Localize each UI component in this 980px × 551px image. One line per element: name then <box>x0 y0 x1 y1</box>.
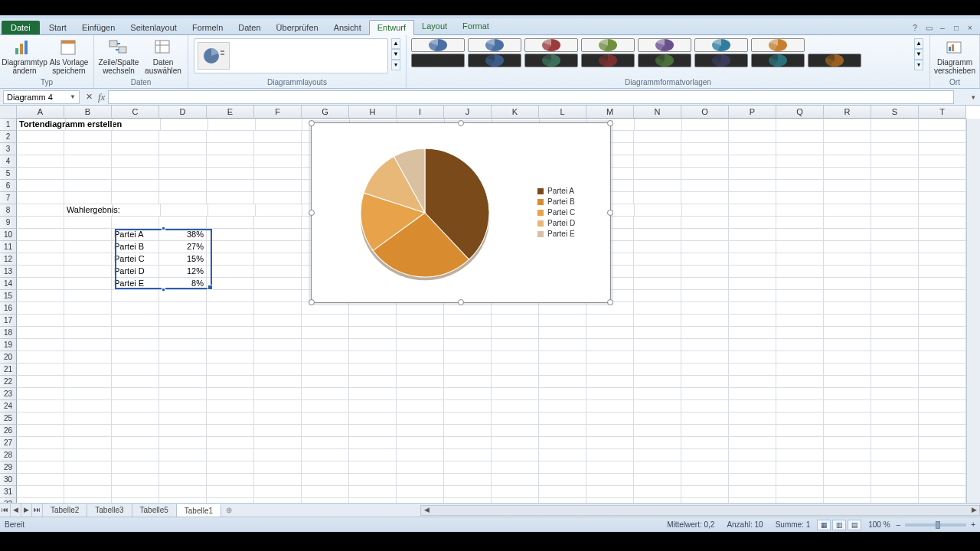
cell[interactable] <box>681 290 729 302</box>
scroll-more-icon[interactable]: ▾ <box>391 60 400 70</box>
cell[interactable] <box>586 388 634 400</box>
cell[interactable] <box>919 229 966 241</box>
cell[interactable] <box>113 204 161 217</box>
cell[interactable] <box>112 168 159 180</box>
cell[interactable] <box>776 168 824 180</box>
cell[interactable] <box>681 364 729 376</box>
cell[interactable] <box>444 400 492 412</box>
cell[interactable] <box>919 192 966 204</box>
cell[interactable] <box>681 486 729 498</box>
sheet-nav-next-icon[interactable]: ▶ <box>21 504 32 517</box>
cell[interactable] <box>824 143 871 155</box>
cell[interactable] <box>919 364 966 376</box>
column-header[interactable]: T <box>919 106 966 119</box>
cell[interactable] <box>207 437 254 449</box>
cell[interactable] <box>64 327 112 339</box>
cell[interactable] <box>729 192 776 204</box>
cell[interactable] <box>492 486 539 498</box>
cell[interactable] <box>729 461 776 474</box>
cell[interactable] <box>159 192 207 204</box>
row-header[interactable]: 5 <box>0 168 17 180</box>
scroll-down-icon[interactable]: ▼ <box>914 49 923 60</box>
cell[interactable] <box>492 364 539 376</box>
cell[interactable] <box>681 498 729 503</box>
scroll-left-icon[interactable]: ◀ <box>421 506 432 515</box>
cell[interactable] <box>586 486 634 498</box>
cell[interactable] <box>634 412 681 425</box>
cell[interactable] <box>492 425 539 437</box>
cell[interactable] <box>159 364 207 376</box>
cell[interactable] <box>681 217 729 229</box>
sheet-tab[interactable]: Tabelle5 <box>132 504 177 517</box>
cell[interactable] <box>17 290 64 302</box>
cell[interactable] <box>492 400 539 412</box>
column-header[interactable]: A <box>17 106 64 119</box>
cell[interactable] <box>208 119 256 131</box>
cell[interactable] <box>159 315 207 327</box>
name-box[interactable]: Diagramm 4 ▼ <box>3 90 80 104</box>
cell[interactable] <box>17 253 64 266</box>
cell[interactable] <box>207 376 254 388</box>
cell[interactable] <box>254 278 302 290</box>
cell[interactable] <box>919 449 966 461</box>
cell[interactable] <box>919 155 966 168</box>
cell[interactable] <box>776 131 824 143</box>
new-sheet-button[interactable]: ⊕ <box>221 504 237 516</box>
cell[interactable] <box>207 449 254 461</box>
cell[interactable] <box>112 364 159 376</box>
row-header[interactable]: 3 <box>0 143 17 155</box>
cell[interactable] <box>444 327 492 339</box>
cell[interactable] <box>349 437 397 449</box>
cell[interactable] <box>64 364 112 376</box>
expand-formula-bar-icon[interactable]: ▾ <box>968 93 978 101</box>
fx-icon[interactable]: fx <box>95 91 108 103</box>
cell[interactable] <box>824 315 871 327</box>
save-template-button[interactable]: Als Vorlage speichern <box>47 38 90 75</box>
cell[interactable] <box>254 388 302 400</box>
cell[interactable] <box>159 217 207 229</box>
cell[interactable] <box>919 461 966 474</box>
cell[interactable] <box>539 400 586 412</box>
chart-style-thumb[interactable] <box>581 54 635 67</box>
cell[interactable] <box>634 168 681 180</box>
cell[interactable] <box>681 315 729 327</box>
resize-handle[interactable] <box>607 299 613 305</box>
cell[interactable]: 12% <box>159 266 207 278</box>
cell[interactable] <box>539 339 586 351</box>
cell[interactable] <box>302 364 349 376</box>
cell[interactable] <box>207 155 254 168</box>
scroll-more-icon[interactable]: ▾ <box>914 60 923 70</box>
cell[interactable] <box>444 364 492 376</box>
tab-formeln[interactable]: Formeln <box>185 21 230 34</box>
cell[interactable] <box>207 351 254 364</box>
tab-ansicht[interactable]: Ansicht <box>326 21 369 34</box>
cell[interactable] <box>824 119 871 131</box>
cell[interactable] <box>444 302 492 315</box>
cell[interactable] <box>254 143 302 155</box>
cell[interactable] <box>682 204 730 217</box>
cell[interactable] <box>776 315 824 327</box>
cell[interactable] <box>397 486 444 498</box>
cell[interactable] <box>871 155 919 168</box>
cell[interactable] <box>159 474 207 486</box>
cell[interactable] <box>112 217 159 229</box>
cell[interactable] <box>586 351 634 364</box>
cell[interactable] <box>302 351 349 364</box>
cell[interactable] <box>17 364 64 376</box>
row-header[interactable]: 23 <box>0 388 17 400</box>
cell[interactable] <box>159 290 207 302</box>
cell[interactable] <box>776 498 824 503</box>
cell[interactable] <box>254 376 302 388</box>
cell[interactable] <box>349 376 397 388</box>
cell[interactable] <box>112 143 159 155</box>
cell[interactable] <box>349 364 397 376</box>
cell[interactable] <box>729 376 776 388</box>
select-data-button[interactable]: Daten auswählen <box>142 38 185 75</box>
cell[interactable] <box>492 339 539 351</box>
tab-einfügen[interactable]: Einfügen <box>74 21 122 34</box>
cell[interactable] <box>871 302 919 315</box>
column-header[interactable]: N <box>634 106 681 119</box>
cell[interactable] <box>159 400 207 412</box>
cell[interactable] <box>64 241 112 253</box>
cell[interactable] <box>112 388 159 400</box>
